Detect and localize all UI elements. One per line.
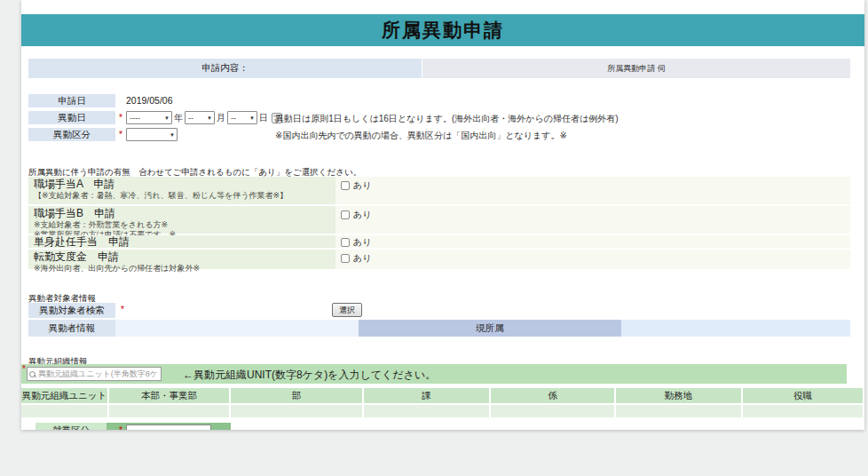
allowance-title: 職場手当A 申請: [34, 178, 330, 191]
transfer-application-page: 所属異動申請 申請内容： 所属異動申請 伺 申請日 2019/05/06 異動日…: [21, 0, 864, 430]
checkbox-label: あり: [353, 236, 371, 249]
year-unit-label: 年: [174, 112, 183, 124]
allowance-note: ※支給対象者：外勤営業をされる方※: [34, 220, 330, 230]
allowance-title: 単身赴任手当 申請: [34, 236, 330, 248]
day-unit-label: 日: [259, 112, 268, 124]
employment-type-label: 就業区分: [36, 423, 107, 430]
page-header-bar: 所属異動申請: [21, 14, 864, 46]
allowance-row-workplace-b: 職場手当B 申請 ※支給対象者：外勤営業をされる方※ ※営業所所属の方は申請は不…: [28, 206, 335, 234]
transfer-day-value: --: [231, 114, 236, 123]
transfer-month-value: --: [188, 114, 193, 123]
source-org-table: 異動元組織ユニット 本部・事業部 部 課 係 勤務地 役職: [21, 388, 864, 419]
allowance-note: 【※支給対象者：暑熱、寒冷、汚れ、騒音、粉じん等を伴う作業者※】: [34, 191, 330, 201]
column-header-division: 本部・事業部: [109, 388, 231, 405]
apply-date-label: 申請日: [28, 94, 115, 107]
table-cell: [231, 405, 364, 419]
current-department-header: 現所属: [359, 320, 621, 337]
target-info-right-cell: [621, 320, 850, 337]
month-unit-label: 月: [217, 112, 225, 124]
transfer-year-value: ----: [130, 114, 140, 123]
required-asterisk: *: [22, 364, 26, 374]
target-info-empty-cell: [115, 320, 359, 337]
source-unit-placeholder: 異動元組織ユニット(半角数字8ケタ): [38, 369, 159, 380]
transfer-date-note: 異動日は原則1日もしくは16日となります。(海外出向者・海外からの帰任者は例外有…: [275, 113, 619, 125]
column-header-unit: 異動元組織ユニット: [21, 388, 109, 405]
allowance-note: ※海外出向者、出向先からの帰任者は対象外※: [34, 264, 330, 274]
relocation-checkbox[interactable]: [341, 254, 350, 263]
required-asterisk: *: [121, 305, 124, 314]
allowance-check-cell: あり: [335, 177, 850, 204]
transfer-type-select[interactable]: ▼: [126, 128, 178, 141]
apply-date-value: 2019/05/06: [126, 95, 173, 106]
select-person-button[interactable]: 選択: [332, 303, 362, 317]
column-header-section: 課: [364, 388, 491, 405]
checkbox-label: あり: [353, 252, 371, 265]
allowance-check-cell: あり: [335, 250, 850, 269]
transfer-type-label: 異動区分: [28, 128, 115, 141]
source-unit-input[interactable]: 異動元組織ユニット(半角数字8ケタ): [27, 367, 162, 381]
allowance-check-cell: あり: [335, 206, 850, 234]
chevron-down-icon: ▼: [170, 132, 175, 138]
table-cell: [743, 405, 864, 419]
chevron-down-icon: ▼: [164, 115, 170, 121]
transfer-month-select[interactable]: -- ▼: [185, 111, 215, 124]
transfer-date-label: 異動日: [28, 111, 115, 124]
search-icon: [29, 371, 36, 377]
required-asterisk: *: [119, 130, 122, 139]
source-unit-hint: ←異動元組織UNIT(数字8ケタ)を入力してください。: [183, 368, 436, 383]
required-asterisk: *: [119, 113, 122, 123]
checkbox-label: あり: [353, 179, 371, 192]
column-header-location: 勤務地: [616, 388, 743, 405]
chevron-down-icon: ▼: [207, 115, 212, 121]
table-row: [21, 405, 864, 419]
column-header-group: 係: [491, 388, 616, 405]
transfer-date-controls: * ---- ▼ 年 -- ▼ 月 -- ▼ 日: [119, 111, 282, 124]
chevron-down-icon: ▼: [249, 115, 255, 121]
page-title: 所属異動申請: [382, 18, 504, 43]
table-cell: [616, 405, 743, 419]
checkbox-label: あり: [353, 209, 371, 221]
workplace-a-checkbox[interactable]: [341, 181, 350, 190]
employment-type-cell: * ▼: [107, 423, 231, 430]
target-search-label: 異動対象者検索: [28, 303, 115, 318]
workplace-b-checkbox[interactable]: [341, 210, 350, 219]
transfer-type-note: ※国内出向先内での異動の場合、異動区分は「国内出向」となります。※: [275, 130, 567, 142]
allowance-row-workplace-a: 職場手当A 申請 【※支給対象者：暑熱、寒冷、汚れ、騒音、粉じん等を伴う作業者※…: [28, 177, 335, 204]
allowance-row-relocation: 転勤支度金 申請 ※海外出向者、出向先からの帰任者は対象外※: [28, 250, 335, 269]
transfer-type-controls: * ▼: [119, 128, 178, 141]
application-content-label: 申請内容：: [28, 59, 422, 78]
chevron-down-icon: ▼: [203, 429, 209, 430]
column-header-dept: 部: [231, 388, 364, 405]
allowance-title: 職場手当B 申請: [34, 207, 330, 220]
employment-type-select[interactable]: ▼: [126, 424, 211, 430]
required-asterisk: *: [119, 425, 122, 430]
table-cell: [109, 405, 231, 419]
table-header-row: 異動元組織ユニット 本部・事業部 部 課 係 勤務地 役職: [21, 388, 864, 405]
allowance-row-single-assignment: 単身赴任手当 申請: [28, 235, 335, 248]
single-assignment-checkbox[interactable]: [341, 238, 350, 247]
target-info-label: 異動者情報: [28, 320, 115, 337]
table-cell: [364, 405, 491, 419]
source-unit-bar: * 異動元組織ユニット(半角数字8ケタ) ←異動元組織UNIT(数字8ケタ)を入…: [21, 364, 847, 384]
table-cell: [491, 405, 616, 419]
table-cell: [21, 405, 109, 419]
application-content-value: 所属異動申請 伺: [422, 59, 850, 78]
column-header-position: 役職: [743, 388, 864, 405]
transfer-year-select[interactable]: ---- ▼: [126, 111, 172, 124]
allowance-check-cell: あり: [335, 235, 850, 248]
allowance-title: 転勤支度金 申請: [34, 250, 330, 264]
transfer-day-select[interactable]: -- ▼: [227, 111, 257, 124]
